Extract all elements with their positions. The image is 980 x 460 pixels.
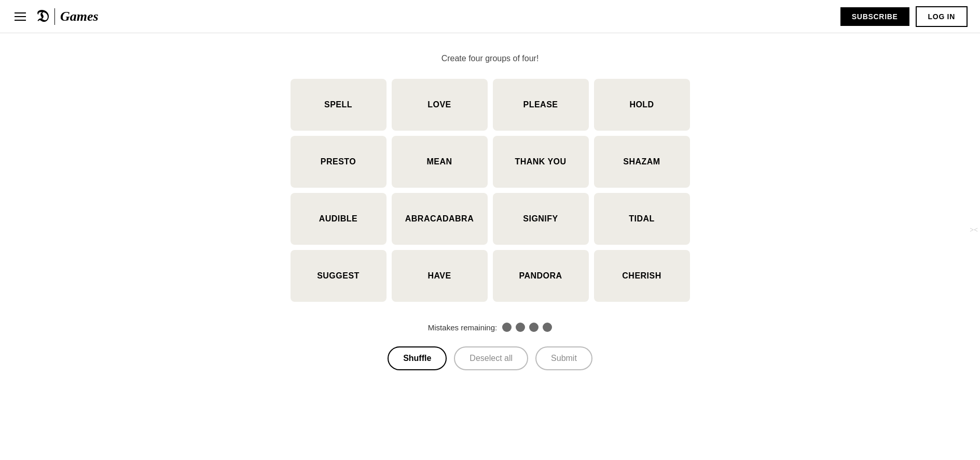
mistakes-area: Mistakes remaining:	[428, 323, 552, 332]
grid-cell-label: SHAZAM	[623, 157, 660, 166]
grid-cell-label: MEAN	[426, 157, 452, 166]
grid-cell[interactable]: SHAZAM	[594, 136, 690, 188]
resize-handle[interactable]: ><	[968, 224, 980, 236]
grid-cell-label: TIDAL	[629, 214, 655, 224]
grid-cell[interactable]: MEAN	[392, 136, 488, 188]
grid-cell[interactable]: SIGNIFY	[493, 193, 589, 245]
grid-cell-label: LOVE	[427, 100, 451, 109]
grid-cell-label: SUGGEST	[317, 271, 360, 281]
grid-cell-label: SIGNIFY	[523, 214, 558, 224]
shuffle-button[interactable]: Shuffle	[388, 346, 447, 370]
mistake-dot-4	[543, 323, 552, 332]
word-grid: SPELLLOVEPLEASEHOLDPRESTOMEANTHANK YOUSH…	[291, 79, 690, 302]
grid-cell-label: THANK YOU	[515, 157, 566, 166]
header-left: 𝔇 Games	[12, 7, 99, 26]
header-right: SUBSCRIBE LOG IN	[840, 6, 968, 27]
grid-cell[interactable]: HAVE	[392, 250, 488, 302]
grid-cell-label: CHERISH	[622, 271, 661, 281]
mistakes-dots	[502, 323, 552, 332]
grid-cell[interactable]: CHERISH	[594, 250, 690, 302]
grid-cell[interactable]: PANDORA	[493, 250, 589, 302]
subscribe-button[interactable]: SUBSCRIBE	[840, 7, 909, 26]
game-subtitle: Create four groups of four!	[441, 54, 539, 63]
header: 𝔇 Games SUBSCRIBE LOG IN	[0, 0, 980, 33]
grid-cell[interactable]: ABRACADABRA	[392, 193, 488, 245]
logo-area: 𝔇 Games	[36, 7, 99, 26]
submit-button[interactable]: Submit	[535, 346, 592, 370]
grid-cell-label: HAVE	[427, 271, 451, 281]
menu-icon[interactable]	[12, 10, 28, 23]
grid-cell[interactable]: THANK YOU	[493, 136, 589, 188]
mistakes-label: Mistakes remaining:	[428, 323, 497, 332]
main-content: Create four groups of four! SPELLLOVEPLE…	[0, 33, 980, 370]
grid-cell-label: AUDIBLE	[319, 214, 357, 224]
mistake-dot-3	[529, 323, 539, 332]
grid-cell-label: HOLD	[629, 100, 654, 109]
grid-cell[interactable]: PRESTO	[291, 136, 387, 188]
grid-cell-label: PLEASE	[523, 100, 558, 109]
grid-cell[interactable]: SUGGEST	[291, 250, 387, 302]
grid-cell-label: PRESTO	[321, 157, 356, 166]
grid-cell-label: ABRACADABRA	[405, 214, 474, 224]
mistake-dot-1	[502, 323, 512, 332]
logo-divider	[54, 8, 55, 25]
grid-cell[interactable]: TIDAL	[594, 193, 690, 245]
nyt-logo: 𝔇	[36, 7, 48, 26]
grid-cell-label: PANDORA	[519, 271, 562, 281]
login-button[interactable]: LOG IN	[916, 6, 968, 27]
deselect-button[interactable]: Deselect all	[454, 346, 528, 370]
grid-cell[interactable]: LOVE	[392, 79, 488, 131]
grid-cell[interactable]: AUDIBLE	[291, 193, 387, 245]
grid-cell[interactable]: PLEASE	[493, 79, 589, 131]
grid-cell[interactable]: HOLD	[594, 79, 690, 131]
mistake-dot-2	[516, 323, 525, 332]
action-buttons: Shuffle Deselect all Submit	[388, 346, 592, 370]
grid-cell[interactable]: SPELL	[291, 79, 387, 131]
grid-cell-label: SPELL	[324, 100, 352, 109]
games-label: Games	[60, 9, 99, 24]
